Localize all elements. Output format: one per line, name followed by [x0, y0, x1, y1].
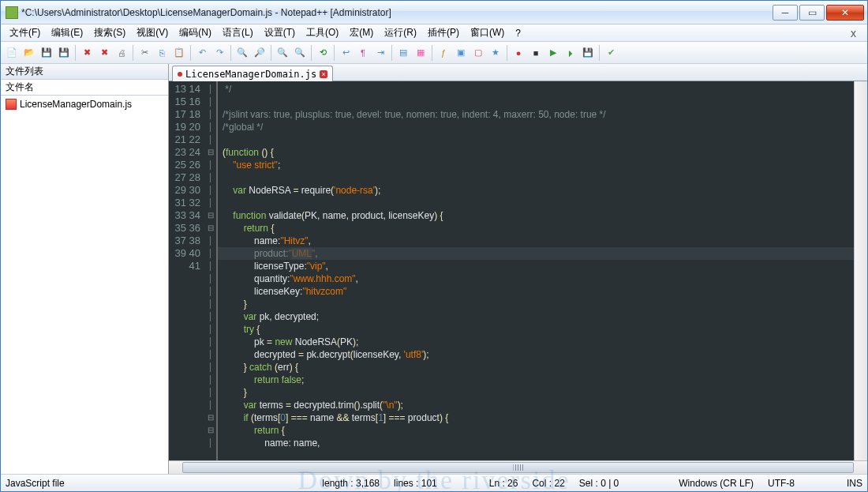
fold-gutter[interactable]: │ │ │ │ │ ⊟ │ │ │ │ ⊟ ⊟ │ │ │ │ │ │ │ │ … [205, 81, 216, 460]
menu-item[interactable]: 运行(R) [379, 24, 422, 41]
toolbar: 📄📂💾💾✖✖🖨✂⎘📋↶↷🔍🔎🔍🔍⟲↩¶⇥▤▦ƒ▣▢★●■▶⏵💾✔ [1, 42, 867, 64]
save-macro-icon[interactable]: 💾 [580, 45, 596, 61]
status-eol: Windows (CR LF) [679, 478, 754, 489]
sidebar-header: 文件列表 [1, 64, 168, 80]
menu-item[interactable]: 语言(L) [217, 24, 259, 41]
status-language: JavaScript file [6, 478, 65, 489]
window-title: *C:\Users\Administrator\Desktop\LicenseM… [21, 7, 771, 18]
maximize-button[interactable]: ▭ [799, 5, 825, 21]
print-icon[interactable]: 🖨 [114, 45, 129, 61]
menu-item[interactable]: 窗口(W) [465, 24, 510, 41]
bookmark-icon[interactable]: ★ [488, 45, 503, 61]
menubar-close-icon[interactable]: x [843, 27, 864, 39]
copy-icon[interactable]: ⎘ [154, 45, 170, 61]
sync-icon[interactable]: ⟲ [315, 45, 331, 61]
find-icon[interactable]: 🔍 [234, 45, 250, 61]
app-icon [6, 6, 18, 19]
menubar: 文件(F)编辑(E)搜索(S)视图(V)编码(N)语言(L)设置(T)工具(O)… [1, 24, 867, 42]
file-list: LicenseManagerDomain.js [1, 96, 168, 474]
spell-icon[interactable]: ✔ [603, 45, 619, 61]
menu-item[interactable]: 搜索(S) [88, 24, 131, 41]
doc-icon[interactable]: ▦ [413, 45, 428, 61]
close-button[interactable]: ✕ [826, 5, 864, 21]
app-window: *C:\Users\Administrator\Desktop\LicenseM… [0, 0, 868, 492]
menu-item[interactable]: 宏(M) [344, 24, 379, 41]
closeall-icon[interactable]: ✖ [96, 45, 112, 61]
status-bar: JavaScript file length : 3,168 lines : 1… [1, 474, 867, 491]
sidebar-column-header: 文件名 [1, 80, 168, 96]
file-item-label: LicenseManagerDomain.js [20, 99, 132, 110]
redo-icon[interactable]: ↷ [211, 45, 227, 61]
horizontal-scrollbar[interactable] [169, 460, 867, 474]
unsaved-indicator-icon [178, 72, 182, 77]
undo-icon[interactable]: ↶ [194, 45, 210, 61]
titlebar[interactable]: *C:\Users\Administrator\Desktop\LicenseM… [1, 1, 867, 24]
status-ln: Ln : 26 [489, 478, 518, 489]
playall-icon[interactable]: ⏵ [563, 45, 578, 61]
status-insert-mode: INS [847, 478, 862, 489]
tab-bar: LicenseManagerDomain.js × [169, 64, 867, 81]
unfold-icon[interactable]: ▢ [470, 45, 486, 61]
menu-item[interactable]: 工具(O) [301, 24, 344, 41]
file-tab[interactable]: LicenseManagerDomain.js × [172, 66, 333, 81]
menu-item[interactable]: 编辑(E) [46, 24, 88, 41]
play-icon[interactable]: ▶ [545, 45, 561, 61]
open-icon[interactable]: 📂 [21, 45, 37, 61]
replace-icon[interactable]: 🔎 [252, 45, 268, 61]
saveall-icon[interactable]: 💾 [56, 45, 72, 61]
status-sel: Sel : 0 | 0 [579, 478, 619, 489]
stop-icon[interactable]: ■ [528, 45, 544, 61]
record-icon[interactable]: ● [511, 45, 526, 61]
func-icon[interactable]: ƒ [436, 45, 451, 61]
vertical-scrollbar[interactable] [854, 81, 867, 460]
menu-item[interactable]: 设置(T) [259, 24, 301, 41]
line-gutter: 13 14 15 16 17 18 19 20 21 22 23 24 25 2… [169, 81, 205, 460]
fold-icon[interactable]: ▣ [453, 45, 469, 61]
chars-icon[interactable]: ¶ [355, 45, 371, 61]
sidebar: 文件列表 文件名 LicenseManagerDomain.js [1, 64, 169, 474]
tab-label: LicenseManagerDomain.js [185, 69, 316, 80]
menu-item[interactable]: 视图(V) [131, 24, 174, 41]
code-content[interactable]: */ /*jslint vars: true, plusplus: true, … [218, 81, 854, 460]
cut-icon[interactable]: ✂ [137, 45, 152, 61]
menu-item[interactable]: ? [510, 26, 526, 40]
lang-icon[interactable]: ▤ [395, 45, 411, 61]
file-list-item[interactable]: LicenseManagerDomain.js [1, 97, 168, 111]
close-icon[interactable]: ✖ [79, 45, 95, 61]
minimize-button[interactable]: ─ [773, 5, 798, 21]
status-length: length : 3,168 [322, 478, 380, 489]
menu-item[interactable]: 文件(F) [4, 24, 46, 41]
zoomin-icon[interactable]: 🔍 [275, 45, 290, 61]
menu-item[interactable]: 编码(N) [174, 24, 217, 41]
status-col: Col : 22 [532, 478, 564, 489]
zoomout-icon[interactable]: 🔍 [292, 45, 308, 61]
menu-item[interactable]: 插件(P) [422, 24, 465, 41]
status-encoding: UTF-8 [768, 478, 795, 489]
indent-icon[interactable]: ⇥ [372, 45, 388, 61]
code-editor[interactable]: 13 14 15 16 17 18 19 20 21 22 23 24 25 2… [169, 81, 854, 460]
save-icon[interactable]: 💾 [39, 45, 54, 61]
status-lines: lines : 101 [394, 478, 437, 489]
paste-icon[interactable]: 📋 [171, 45, 187, 61]
wrap-icon[interactable]: ↩ [338, 45, 354, 61]
editor-area: LicenseManagerDomain.js × 13 14 15 16 17… [169, 64, 867, 474]
tab-close-icon[interactable]: × [320, 70, 327, 78]
new-file-icon[interactable]: 📄 [4, 45, 20, 61]
file-icon [6, 99, 17, 110]
